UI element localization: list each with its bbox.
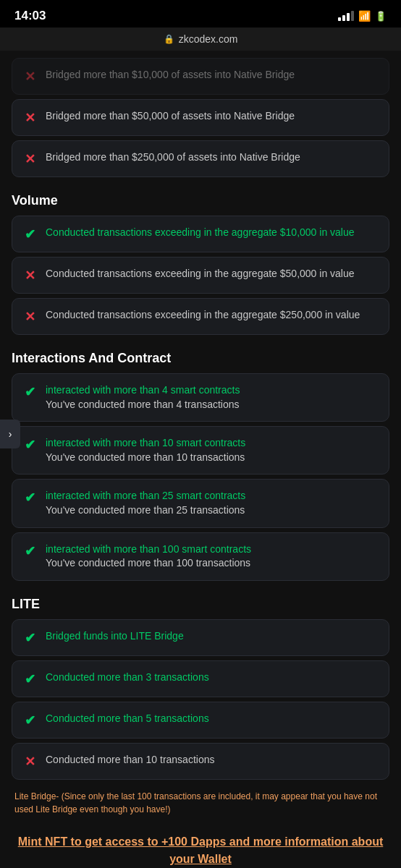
battery-icon: 🔋 (375, 11, 387, 22)
item-label: Conducted transactions exceeding in the … (46, 308, 360, 323)
list-item: ✕ Conducted more than 10 transactions (12, 743, 389, 780)
list-item: ✔ interacted with more than 10 smart con… (12, 426, 389, 475)
item-main-text: interacted with more than 100 smart cont… (46, 542, 251, 557)
x-icon: ✕ (22, 69, 37, 85)
list-item: ✕ Conducted transactions exceeding in th… (12, 298, 389, 335)
list-item: ✔ Conducted transactions exceeding in th… (12, 216, 389, 252)
item-label: Bridged more than $10,000 of assets into… (46, 68, 295, 82)
check-icon: ✔ (22, 226, 37, 242)
item-label: Conducted more than 3 transactions (46, 671, 209, 685)
x-icon: ✕ (22, 268, 37, 284)
item-label: Conducted more than 10 transactions (46, 753, 214, 767)
volume-header: Volume (12, 182, 389, 216)
lite-section: LITE ✔ Bridged funds into LITE Bridge ✔ … (12, 585, 389, 819)
list-item: ✔ interacted with more than 4 smart cont… (12, 373, 389, 422)
x-icon: ✕ (22, 110, 37, 126)
list-item: ✕ Bridged more than $50,000 of assets in… (12, 99, 389, 136)
check-icon: ✔ (22, 384, 37, 400)
item-label: interacted with more than 10 smart contr… (46, 436, 245, 464)
interactions-section: Interactions And Contract ✔ interacted w… (12, 339, 389, 581)
check-icon: ✔ (22, 543, 37, 559)
status-time: 14:03 (14, 9, 46, 23)
item-label: interacted with more than 25 smart contr… (46, 489, 245, 517)
item-main-text: interacted with more than 10 smart contr… (46, 436, 245, 451)
item-label: Bridged funds into LITE Bridge (46, 629, 184, 644)
check-icon: ✔ (22, 671, 37, 687)
native-bridge-section: ✕ Bridged more than $10,000 of assets in… (12, 51, 389, 177)
check-icon: ✔ (22, 712, 37, 728)
list-item: ✔ Bridged funds into LITE Bridge (12, 619, 389, 656)
item-label: interacted with more than 100 smart cont… (46, 542, 251, 571)
check-icon: ✔ (22, 437, 37, 453)
browser-bar: 🔒 zkcodex.com (0, 27, 401, 51)
browser-url: zkcodex.com (179, 33, 238, 45)
check-icon: ✔ (22, 490, 37, 506)
mint-footer[interactable]: Mint NFT to get access to +100 Dapps and… (0, 819, 401, 868)
item-label: Conducted transactions exceeding in the … (46, 267, 355, 281)
wifi-icon: 📶 (358, 10, 371, 22)
list-item: ✔ interacted with more than 100 smart co… (12, 532, 389, 581)
list-item: ✔ Conducted more than 5 transactions (12, 702, 389, 739)
lite-note: Lite Bridge- (Since only the last 100 tr… (12, 784, 389, 819)
item-label: Conducted transactions exceeding in the … (46, 226, 355, 240)
status-icons: 📶 🔋 (338, 10, 387, 22)
main-content: ✕ Bridged more than $10,000 of assets in… (0, 51, 401, 819)
list-item: ✔ Conducted more than 3 transactions (12, 660, 389, 697)
list-item: ✕ Bridged more than $250,000 of assets i… (12, 140, 389, 177)
list-item: ✕ Bridged more than $10,000 of assets in… (12, 58, 389, 95)
item-label: Bridged more than $50,000 of assets into… (46, 109, 295, 124)
x-icon: ✕ (22, 151, 37, 167)
mint-nft-text[interactable]: Mint NFT to get access to +100 Dapps and… (18, 835, 384, 865)
item-label: interacted with more than 4 smart contra… (46, 383, 240, 412)
x-icon: ✕ (22, 754, 37, 770)
check-icon: ✔ (22, 630, 37, 646)
lite-header: LITE (12, 585, 389, 619)
lock-icon: 🔒 (164, 34, 174, 44)
volume-section: Volume ✔ Conducted transactions exceedin… (12, 182, 389, 335)
item-main-text: interacted with more than 25 smart contr… (46, 489, 245, 503)
x-icon: ✕ (22, 309, 37, 325)
list-item: ✔ interacted with more than 25 smart con… (12, 479, 389, 527)
status-bar: 14:03 📶 🔋 (0, 0, 401, 27)
signal-bars-icon (338, 11, 354, 21)
item-main-text: interacted with more than 4 smart contra… (46, 383, 240, 398)
item-label: Conducted more than 5 transactions (46, 712, 209, 726)
interactions-header: Interactions And Contract (12, 339, 389, 373)
arrow-button[interactable]: › (0, 420, 20, 448)
item-label: Bridged more than $250,000 of assets int… (46, 150, 300, 165)
list-item: ✕ Conducted transactions exceeding in th… (12, 257, 389, 294)
